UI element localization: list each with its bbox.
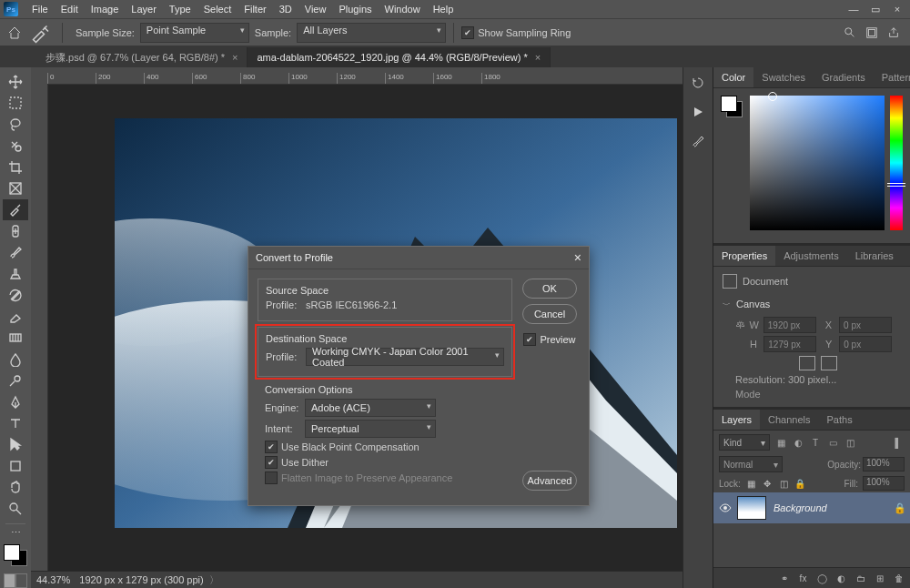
dialog-titlebar[interactable]: Convert to Profile × — [248, 247, 589, 269]
layer-mask-icon[interactable]: ◯ — [816, 573, 828, 584]
menu-select[interactable]: Select — [197, 2, 238, 16]
marquee-tool[interactable] — [3, 92, 28, 113]
layer-thumbnail[interactable] — [737, 496, 766, 520]
height-field[interactable]: 1279 px — [763, 336, 816, 352]
sample-size-select[interactable]: Point Sample — [140, 23, 249, 43]
maximize-button[interactable]: ▭ — [866, 3, 885, 15]
gradient-tool[interactable] — [3, 327, 28, 348]
layer-name[interactable]: Background — [774, 502, 894, 513]
orientation-portrait-icon[interactable] — [799, 356, 815, 370]
share-icon[interactable] — [885, 26, 903, 39]
healing-brush-tool[interactable] — [3, 220, 28, 241]
lock-pixels-icon[interactable]: ▦ — [745, 478, 757, 490]
menu-window[interactable]: Window — [379, 2, 427, 16]
color-picker-field[interactable] — [750, 96, 885, 230]
doc-info-arrow-icon[interactable]: 〉 — [209, 573, 219, 587]
crop-tool[interactable] — [3, 157, 28, 177]
layer-row[interactable]: Background 🔒 — [713, 492, 910, 523]
menu-image[interactable]: Image — [85, 2, 126, 16]
type-tool[interactable] — [3, 412, 28, 433]
layer-style-icon[interactable]: fx — [797, 573, 809, 584]
panel-tab-gradients[interactable]: Gradients — [814, 67, 874, 87]
opacity-field[interactable]: 100% — [863, 457, 905, 471]
panel-tab-swatches[interactable]: Swatches — [753, 67, 814, 87]
quickmask-toggle[interactable] — [4, 573, 27, 588]
menu-help[interactable]: Help — [427, 2, 460, 16]
x-field[interactable]: 0 px — [839, 317, 892, 333]
brush-tool[interactable] — [3, 242, 28, 263]
black-point-checkbox[interactable] — [265, 441, 278, 453]
menu-file[interactable]: File — [25, 2, 55, 16]
y-field[interactable]: 0 px — [839, 336, 892, 352]
zoom-tool[interactable] — [3, 498, 28, 519]
doc-info[interactable]: 1920 px x 1279 px (300 ppi) — [79, 574, 203, 585]
link-icon[interactable]: 𐄷 — [735, 319, 747, 330]
close-tab-icon[interactable]: × — [232, 52, 238, 63]
sample-select[interactable]: All Layers — [297, 23, 446, 43]
panel-tab-paths[interactable]: Paths — [819, 410, 861, 430]
advanced-button[interactable]: Advanced — [522, 471, 577, 491]
engine-select[interactable]: Adobe (ACE) — [305, 399, 436, 417]
destination-profile-select[interactable]: Working CMYK - Japan Color 2001 Coated — [306, 348, 504, 366]
intent-select[interactable]: Perceptual — [305, 420, 436, 438]
document-tab[interactable]: ama-dablam-2064522_1920.jpg @ 44.4% (RGB… — [248, 47, 551, 67]
panel-tab-patterns[interactable]: Patterns — [874, 67, 910, 87]
link-layers-icon[interactable]: ⚭ — [778, 573, 790, 584]
filter-smart-icon[interactable]: ◫ — [844, 436, 856, 449]
frame-tool[interactable] — [3, 177, 28, 198]
clone-stamp-tool[interactable] — [3, 263, 28, 284]
adjustment-layer-icon[interactable]: ◐ — [835, 573, 847, 584]
close-tab-icon[interactable]: × — [535, 52, 541, 63]
menu-filter[interactable]: Filter — [238, 2, 272, 16]
move-tool[interactable] — [3, 71, 28, 92]
edit-toolbar-icon[interactable]: ⋯ — [3, 527, 28, 539]
minimize-button[interactable]: — — [844, 3, 863, 15]
menu-edit[interactable]: Edit — [55, 2, 85, 16]
visibility-icon[interactable] — [719, 502, 732, 514]
filter-type-icon[interactable]: T — [809, 436, 822, 449]
dialog-close-icon[interactable]: × — [574, 250, 581, 265]
eyedropper-tool[interactable] — [3, 199, 28, 220]
cancel-button[interactable]: Cancel — [522, 304, 577, 324]
document-tab[interactable]: 步骤.psd @ 67.7% (Layer 64, RGB/8#) *× — [36, 47, 248, 67]
hand-tool[interactable] — [3, 477, 28, 498]
zoom-level[interactable]: 44.37% — [36, 574, 70, 585]
eraser-tool[interactable] — [3, 306, 28, 327]
history-brush-tool[interactable] — [3, 285, 28, 306]
layer-lock-icon[interactable]: 🔒 — [894, 502, 905, 514]
eyedropper-tool-icon[interactable] — [29, 24, 51, 42]
color-swatch[interactable] — [4, 544, 27, 565]
filter-adjust-icon[interactable]: ◐ — [792, 436, 804, 449]
hue-slider[interactable] — [890, 96, 903, 230]
actions-panel-icon[interactable] — [688, 102, 708, 122]
new-layer-icon[interactable]: ⊞ — [874, 573, 885, 584]
home-icon[interactable] — [7, 25, 22, 40]
ok-button[interactable]: OK — [522, 279, 577, 299]
preview-checkbox[interactable] — [523, 333, 536, 346]
menu-layer[interactable]: Layer — [125, 2, 163, 16]
show-sampling-ring-checkbox[interactable] — [461, 26, 474, 39]
dither-checkbox[interactable] — [265, 456, 278, 469]
panel-tab-libraries[interactable]: Libraries — [847, 246, 902, 266]
layer-filter-select[interactable]: Kind▾ — [719, 434, 770, 451]
group-icon[interactable]: 🗀 — [854, 573, 866, 584]
menu-3d[interactable]: 3D — [273, 2, 298, 16]
close-window-button[interactable]: × — [888, 3, 906, 15]
menu-plugins[interactable]: Plugins — [332, 2, 378, 16]
shape-tool[interactable] — [3, 455, 28, 476]
pen-tool[interactable] — [3, 391, 28, 412]
delete-layer-icon[interactable]: 🗑 — [893, 573, 905, 584]
workspace-icon[interactable] — [863, 26, 881, 39]
lasso-tool[interactable] — [3, 114, 28, 135]
lock-all-icon[interactable]: 🔒 — [794, 478, 806, 490]
blend-mode-select[interactable]: Normal▾ — [719, 456, 783, 472]
panel-tab-adjustments[interactable]: Adjustments — [775, 246, 847, 266]
quick-select-tool[interactable] — [3, 135, 28, 156]
path-select-tool[interactable] — [3, 434, 28, 455]
orientation-landscape-icon[interactable] — [821, 356, 837, 370]
width-field[interactable]: 1920 px — [763, 317, 816, 333]
foreground-background-swatch[interactable] — [721, 96, 743, 117]
blur-tool[interactable] — [3, 349, 28, 370]
lock-position-icon[interactable]: ✥ — [762, 478, 774, 490]
history-panel-icon[interactable] — [688, 73, 708, 93]
